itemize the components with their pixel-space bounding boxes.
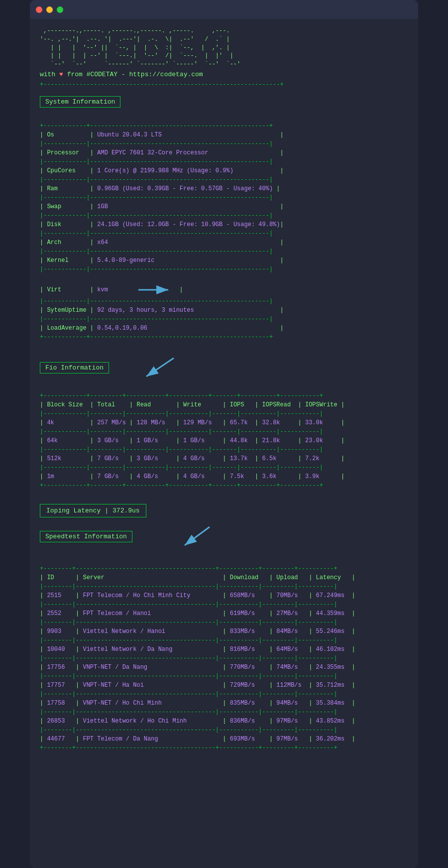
speedtest-table: +--------+------------------------------… <box>40 555 408 761</box>
fio-info-label: Fio Information <box>40 362 109 373</box>
terminal-content: ,--------.,-----. ,------.,------. ,----… <box>30 19 418 781</box>
fio-header-row: Fio Information <box>40 356 408 382</box>
heart-icon: ♥ <box>59 71 63 78</box>
ascii-art: ,--------.,-----. ,------.,------. ,----… <box>40 27 408 69</box>
from-text: from #CODETAY - https://codetay.com <box>63 71 203 78</box>
system-info-label: System Information <box>40 96 120 108</box>
arrow-fio-icon <box>139 356 179 380</box>
tagline-line: with ♥ from #CODETAY - https://codetay.c… <box>40 71 408 78</box>
maximize-button[interactable] <box>57 6 63 13</box>
speedtest-info-label: Speedtest Information <box>40 531 132 542</box>
system-info-table: +------------+--------------------------… <box>40 113 408 351</box>
fio-table: +------------+---------+-----------+----… <box>40 382 408 499</box>
svg-line-5 <box>185 527 210 545</box>
system-info-header: System Information <box>40 93 408 113</box>
minimize-button[interactable] <box>46 6 53 13</box>
terminal-window: ,--------.,-----. ,------.,------. ,----… <box>30 0 418 868</box>
arrow-kvm-icon <box>136 283 176 297</box>
titlebar <box>30 0 418 19</box>
ioping-label: Ioping Latency <box>46 507 101 514</box>
top-divider: +---------------------------------------… <box>40 81 408 88</box>
arrow-speedtest-icon <box>177 524 217 549</box>
ioping-box: Ioping Latency | 372.9us <box>40 504 146 517</box>
ioping-divider: | <box>105 507 109 514</box>
with-text: with <box>40 71 59 78</box>
speedtest-header-row: Speedtest Information <box>40 524 408 551</box>
svg-line-3 <box>146 358 174 376</box>
close-button[interactable] <box>36 6 42 13</box>
ioping-value: 372.9us <box>112 507 140 514</box>
